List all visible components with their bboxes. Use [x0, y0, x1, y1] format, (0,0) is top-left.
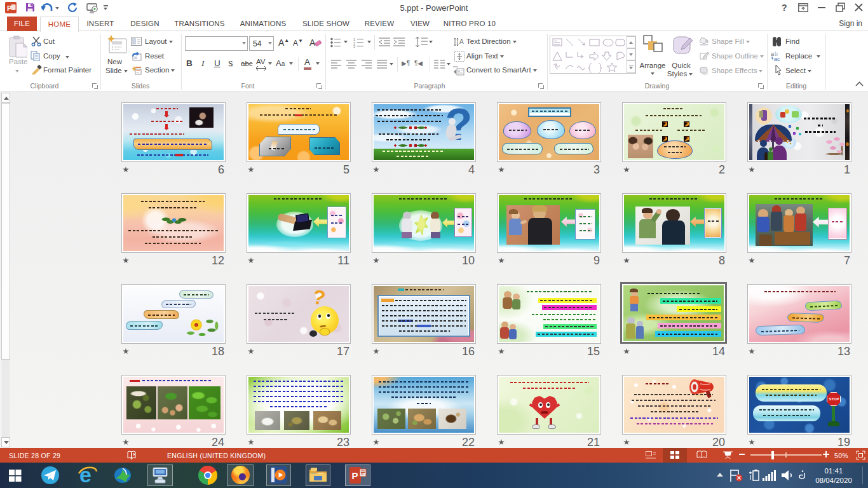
svg-text:ac: ac [774, 56, 780, 62]
svg-text:A: A [459, 38, 464, 45]
svg-text:3: 3 [353, 44, 355, 48]
svg-text:P: P [7, 4, 11, 12]
svg-text:P: P [352, 470, 358, 481]
